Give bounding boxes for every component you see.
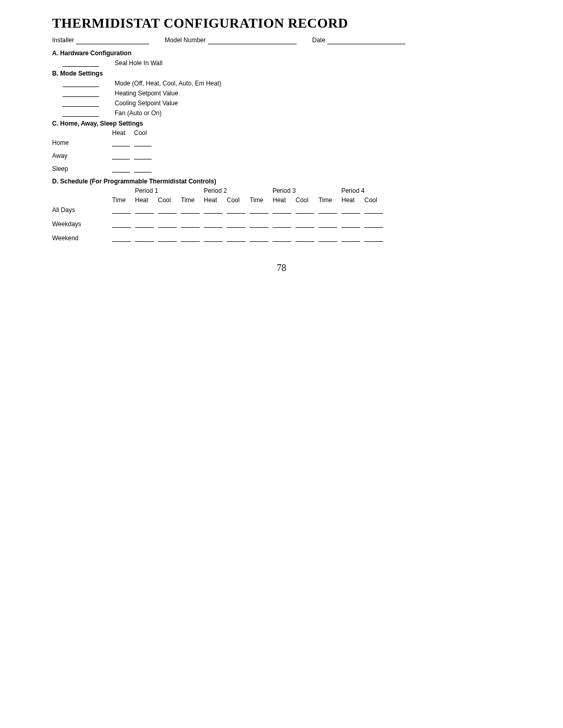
cell-blank[interactable] — [158, 206, 177, 214]
cell-blank[interactable] — [112, 165, 130, 172]
cell-blank[interactable] — [364, 206, 383, 214]
cell-blank[interactable] — [112, 220, 131, 228]
sub-cool: Cool — [158, 196, 181, 204]
cell-blank[interactable] — [250, 206, 268, 214]
sub-cool: Cool — [227, 196, 250, 204]
cell-blank[interactable] — [296, 206, 314, 214]
period-2: Period 2 — [181, 187, 250, 194]
cell-blank[interactable] — [364, 234, 383, 242]
cell-blank[interactable] — [364, 220, 383, 228]
sub-time: Time — [250, 196, 273, 204]
sub-heat: Heat — [135, 196, 158, 204]
cell-blank[interactable] — [227, 206, 246, 214]
sub-heat: Heat — [341, 196, 364, 204]
row-away: Away — [52, 152, 112, 159]
row-weekdays: Weekdays — [52, 220, 112, 228]
cell-blank[interactable] — [158, 220, 177, 228]
row-weekend: Weekend — [52, 235, 112, 242]
row-sleep: Sleep — [52, 165, 112, 172]
cell-blank[interactable] — [204, 220, 223, 228]
period-1: Period 1 — [112, 187, 181, 194]
cell-blank[interactable] — [135, 234, 154, 242]
period-3: Period 3 — [250, 187, 319, 194]
cell-blank[interactable] — [319, 234, 337, 242]
cell-blank[interactable] — [181, 220, 200, 228]
cell-blank[interactable] — [341, 206, 360, 214]
section-d-title: D. Schedule (For Programmable Thermidist… — [52, 178, 511, 185]
cell-blank[interactable] — [296, 220, 314, 228]
cell-blank[interactable] — [204, 206, 223, 214]
cell-blank[interactable] — [227, 234, 246, 242]
cell-blank[interactable] — [134, 165, 152, 172]
page-number: 78 — [52, 263, 511, 274]
cell-blank[interactable] — [112, 234, 131, 242]
cell-blank[interactable] — [112, 206, 131, 214]
sub-cool: Cool — [364, 196, 387, 204]
cell-blank[interactable] — [250, 234, 268, 242]
date-field[interactable] — [327, 36, 406, 44]
cell-blank[interactable] — [273, 206, 291, 214]
section-b-title: B. Mode Settings — [52, 70, 511, 77]
row-alldays: All Days — [52, 206, 112, 214]
config-blank[interactable] — [63, 59, 99, 67]
cell-blank[interactable] — [134, 152, 152, 159]
sub-heat: Heat — [204, 196, 227, 204]
row-home: Home — [52, 139, 112, 146]
sub-cool: Cool — [296, 196, 319, 204]
sub-time: Time — [112, 196, 135, 204]
sub-time: Time — [181, 196, 204, 204]
cell-blank[interactable] — [273, 234, 291, 242]
config-blank[interactable] — [63, 79, 99, 87]
cell-blank[interactable] — [112, 152, 130, 159]
config-label: Cooling Setpoint Value — [115, 100, 178, 107]
config-label: Mode (Off, Heat, Cool, Auto, Em Heat) — [115, 80, 222, 87]
cell-blank[interactable] — [319, 206, 337, 214]
cell-blank[interactable] — [135, 220, 154, 228]
cell-blank[interactable] — [341, 234, 360, 242]
cell-blank[interactable] — [273, 220, 291, 228]
config-blank[interactable] — [63, 109, 99, 117]
sub-heat: Heat — [273, 196, 296, 204]
col-heat: Heat — [112, 129, 134, 137]
cell-blank[interactable] — [227, 220, 246, 228]
config-blank[interactable] — [63, 89, 99, 97]
cell-blank[interactable] — [158, 234, 177, 242]
col-cool: Cool — [134, 129, 156, 137]
cell-blank[interactable] — [134, 139, 152, 146]
cell-blank[interactable] — [204, 234, 223, 242]
cell-blank[interactable] — [181, 206, 200, 214]
config-label: Fan (Auto or On) — [115, 109, 162, 117]
cell-blank[interactable] — [341, 220, 360, 228]
model-field[interactable] — [208, 36, 297, 44]
installer-label: Installer — [52, 36, 74, 44]
section-c-title: C. Home, Away, Sleep Settings — [52, 120, 511, 127]
model-label: Model Number — [165, 36, 206, 44]
page-title: THERMIDISTAT CONFIGURATION RECORD — [52, 16, 511, 31]
cell-blank[interactable] — [296, 234, 314, 242]
date-label: Date — [312, 36, 325, 44]
cell-blank[interactable] — [135, 206, 154, 214]
installer-field[interactable] — [76, 36, 149, 44]
config-label: Seal Hole In Wall — [115, 59, 163, 67]
cell-blank[interactable] — [181, 234, 200, 242]
cell-blank[interactable] — [250, 220, 268, 228]
header-row: Installer Model Number Date — [52, 36, 511, 44]
sub-time: Time — [319, 196, 341, 204]
cell-blank[interactable] — [112, 139, 130, 146]
config-label: Heating Setpoint Value — [115, 90, 178, 97]
config-blank[interactable] — [63, 99, 99, 107]
period-4: Period 4 — [319, 187, 387, 194]
cell-blank[interactable] — [319, 220, 337, 228]
section-a-title: A. Hardware Configuration — [52, 50, 511, 57]
